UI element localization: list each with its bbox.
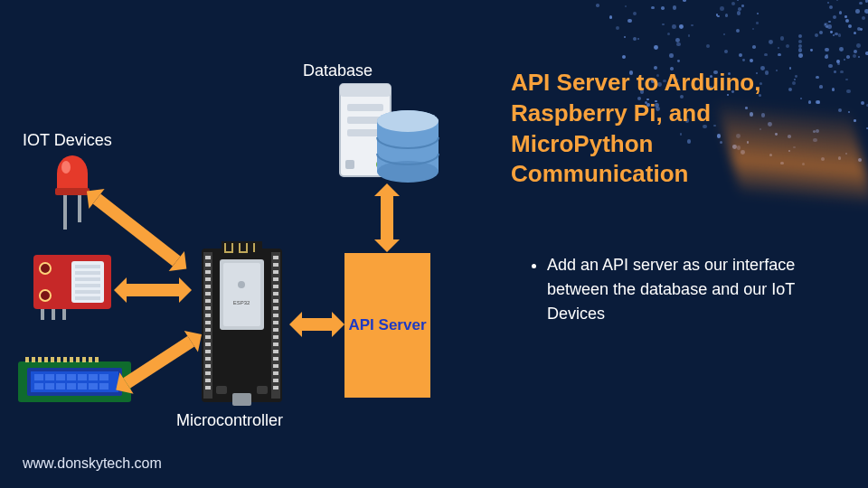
svg-point-14 bbox=[40, 263, 51, 274]
svg-rect-46 bbox=[89, 357, 92, 362]
svg-rect-67 bbox=[205, 371, 211, 375]
svg-rect-85 bbox=[273, 364, 278, 368]
svg-rect-88 bbox=[273, 386, 278, 389]
svg-rect-49 bbox=[203, 252, 212, 399]
svg-rect-64 bbox=[205, 350, 211, 353]
svg-point-15 bbox=[40, 290, 51, 301]
svg-rect-59 bbox=[205, 314, 211, 317]
svg-rect-87 bbox=[273, 379, 278, 382]
svg-rect-26 bbox=[78, 374, 87, 380]
svg-point-107 bbox=[377, 110, 439, 132]
svg-rect-38 bbox=[38, 357, 42, 362]
svg-rect-53 bbox=[205, 270, 211, 274]
svg-rect-31 bbox=[56, 383, 65, 389]
svg-rect-30 bbox=[45, 383, 54, 389]
svg-rect-96 bbox=[257, 386, 268, 394]
svg-rect-40 bbox=[51, 357, 54, 362]
svg-rect-79 bbox=[273, 321, 278, 324]
svg-rect-37 bbox=[32, 357, 35, 362]
svg-rect-45 bbox=[82, 357, 86, 362]
bullet-list: Add an API server as our interface betwe… bbox=[529, 253, 809, 326]
svg-rect-60 bbox=[205, 321, 211, 324]
svg-rect-83 bbox=[273, 350, 278, 353]
svg-rect-8 bbox=[75, 265, 100, 268]
svg-rect-12 bbox=[75, 290, 100, 294]
svg-rect-52 bbox=[205, 263, 211, 267]
svg-rect-98 bbox=[340, 84, 391, 97]
svg-rect-41 bbox=[57, 357, 61, 362]
arrow-mcu-to-api bbox=[302, 318, 332, 331]
svg-rect-68 bbox=[205, 379, 211, 382]
svg-rect-4 bbox=[63, 195, 67, 230]
svg-rect-78 bbox=[273, 314, 278, 317]
svg-rect-94 bbox=[232, 393, 251, 406]
arrow-api-to-db bbox=[381, 196, 393, 239]
esp32-microcontroller-icon: ESP32 bbox=[194, 239, 289, 410]
arrow-lcd-to-mcu bbox=[123, 336, 194, 389]
svg-rect-55 bbox=[205, 285, 211, 288]
svg-rect-71 bbox=[273, 263, 278, 267]
svg-rect-90 bbox=[223, 263, 260, 326]
svg-rect-73 bbox=[273, 277, 278, 281]
svg-rect-57 bbox=[205, 299, 211, 303]
svg-rect-47 bbox=[95, 357, 99, 362]
svg-rect-69 bbox=[205, 386, 211, 389]
svg-rect-80 bbox=[273, 328, 278, 332]
svg-rect-72 bbox=[273, 270, 278, 274]
svg-rect-10 bbox=[75, 277, 100, 281]
svg-point-1 bbox=[61, 161, 71, 174]
svg-rect-86 bbox=[273, 371, 278, 375]
svg-rect-77 bbox=[273, 306, 278, 310]
svg-rect-58 bbox=[205, 306, 211, 310]
svg-rect-84 bbox=[273, 357, 278, 361]
svg-rect-75 bbox=[273, 292, 278, 296]
svg-rect-51 bbox=[205, 256, 211, 259]
svg-rect-95 bbox=[216, 386, 227, 394]
svg-rect-24 bbox=[56, 374, 65, 380]
svg-rect-2 bbox=[57, 174, 88, 190]
svg-rect-62 bbox=[205, 335, 211, 339]
dht-sensor-icon bbox=[32, 253, 113, 324]
svg-rect-43 bbox=[70, 357, 73, 362]
svg-rect-54 bbox=[205, 277, 211, 281]
arrow-dht-to-mcu bbox=[127, 284, 179, 296]
svg-rect-27 bbox=[89, 374, 98, 380]
svg-rect-32 bbox=[67, 383, 76, 389]
svg-rect-33 bbox=[78, 383, 87, 389]
svg-rect-74 bbox=[273, 285, 278, 288]
slide-title: API Server to Arduino, Raspberry Pi, and… bbox=[511, 68, 809, 190]
svg-rect-66 bbox=[205, 364, 211, 368]
svg-rect-17 bbox=[52, 309, 55, 320]
svg-rect-42 bbox=[63, 357, 67, 362]
svg-rect-44 bbox=[76, 357, 80, 362]
svg-rect-82 bbox=[273, 343, 278, 346]
api-server-label: API Server bbox=[349, 316, 427, 334]
svg-rect-36 bbox=[25, 357, 29, 362]
bullet-item: Add an API server as our interface betwe… bbox=[547, 253, 809, 326]
svg-rect-18 bbox=[62, 309, 66, 320]
svg-rect-81 bbox=[273, 335, 278, 339]
svg-rect-61 bbox=[205, 328, 211, 332]
svg-rect-9 bbox=[75, 271, 100, 275]
iot-devices-label: IOT Devices bbox=[23, 131, 112, 150]
svg-rect-56 bbox=[205, 292, 211, 296]
svg-rect-50 bbox=[271, 252, 280, 399]
database-cylinder-icon bbox=[373, 108, 443, 192]
svg-rect-25 bbox=[67, 374, 76, 380]
svg-rect-22 bbox=[34, 374, 43, 380]
footer-url: www.donskytech.com bbox=[23, 455, 162, 472]
svg-rect-28 bbox=[99, 374, 108, 380]
svg-rect-93 bbox=[222, 241, 262, 258]
svg-rect-39 bbox=[44, 357, 48, 362]
svg-rect-76 bbox=[273, 299, 278, 303]
svg-text:ESP32: ESP32 bbox=[233, 300, 250, 305]
svg-rect-102 bbox=[345, 160, 354, 169]
svg-rect-23 bbox=[45, 374, 54, 380]
svg-rect-11 bbox=[75, 284, 100, 287]
svg-rect-16 bbox=[41, 309, 44, 320]
microcontroller-label: Microcontroller bbox=[176, 411, 283, 430]
svg-point-91 bbox=[238, 281, 245, 288]
svg-rect-70 bbox=[273, 256, 278, 259]
svg-rect-65 bbox=[205, 357, 211, 361]
svg-rect-29 bbox=[34, 383, 43, 389]
